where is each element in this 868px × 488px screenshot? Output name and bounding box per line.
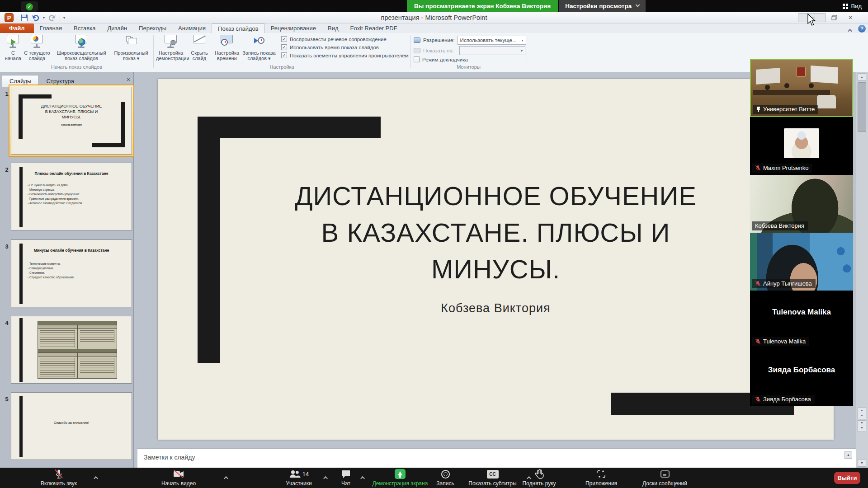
- participants-chevron[interactable]: [325, 473, 328, 481]
- grid-icon: [843, 4, 845, 6]
- checkbox-show-media-controls[interactable]: ✓ Показать элементы управления проигрыва…: [281, 52, 409, 58]
- ribbon: С начала С текущего слайда Широковещател…: [0, 33, 868, 72]
- chat-button[interactable]: Чат: [335, 469, 357, 487]
- tab-design[interactable]: Дизайн: [101, 23, 133, 33]
- powerpoint-app-icon[interactable]: P: [5, 13, 14, 22]
- slide-subtitle: Кобзева Виктория: [158, 301, 834, 315]
- show-on-dropdown: ▾: [459, 46, 525, 55]
- broadcast-globe-icon: [74, 34, 89, 49]
- tab-review[interactable]: Рецензирование: [265, 23, 322, 33]
- muted-mic-icon: [755, 396, 761, 402]
- scroll-down-arrow[interactable]: ▼: [858, 459, 866, 467]
- scrollbar-thumb[interactable]: [858, 82, 866, 132]
- participant-name: Айнур Тынгишева: [763, 280, 812, 287]
- shield-check-icon: ✓: [21, 1, 38, 12]
- participant-name: Университет Витте: [763, 106, 815, 113]
- video-tile-maxim-protsenko[interactable]: Maxim Protsenko: [750, 117, 853, 175]
- video-options-chevron[interactable]: [225, 473, 228, 481]
- vertical-scrollbar[interactable]: ▲ ▲▲ ▼▼ ▼: [856, 72, 868, 468]
- whiteboard-button[interactable]: Доски сообщений: [637, 469, 693, 487]
- tab-slideshow[interactable]: Показ слайдов: [212, 23, 265, 33]
- rehearse-timings-button[interactable]: Настройка времени: [213, 34, 241, 61]
- record-slideshow-button[interactable]: Запись показа слайдов ▾: [241, 34, 277, 61]
- leave-button[interactable]: Выйти: [834, 472, 860, 484]
- close-button[interactable]: ×: [842, 13, 859, 22]
- tab-file[interactable]: Файл: [0, 23, 34, 33]
- slide-thumbnail-3[interactable]: Минусы онлайн обучения в Казахстане - Те…: [11, 239, 132, 307]
- customize-qat-dropdown[interactable]: ▾: [63, 16, 65, 20]
- undo-button[interactable]: [31, 14, 40, 21]
- undo-dropdown-arrow[interactable]: ▾: [43, 16, 45, 20]
- restore-button[interactable]: [826, 13, 842, 22]
- participants-count-badge: 14: [302, 471, 309, 478]
- apps-button[interactable]: Приложения: [581, 469, 622, 487]
- screen-share-banner: Вы просматриваете экран Кобзева Виктория…: [407, 0, 646, 12]
- custom-show-icon: [123, 34, 139, 49]
- from-current-slide-button[interactable]: С текущего слайда: [24, 34, 51, 61]
- captions-button[interactable]: CC Показать субтитры: [462, 469, 523, 487]
- raise-hand-button[interactable]: Поднять руку: [518, 469, 561, 487]
- setup-show-icon: [163, 34, 179, 49]
- slide-thumbnail-5[interactable]: Спасибо за внимание!: [11, 392, 132, 460]
- tab-view[interactable]: Вид: [322, 23, 344, 33]
- tab-home[interactable]: Главная: [34, 23, 68, 33]
- tab-insert[interactable]: Вставка: [68, 23, 101, 33]
- close-panel-icon[interactable]: ×: [127, 76, 130, 83]
- slide-thumbnail-1[interactable]: ДИСТАНЦИОННОЕ ОБУЧЕНИЕ В КАЗАХСТАНЕ. ПЛЮ…: [11, 87, 132, 155]
- redo-button[interactable]: [48, 14, 57, 21]
- broadcast-slideshow-button[interactable]: Широковещательный показ слайдов: [51, 34, 112, 61]
- record-button[interactable]: Запись: [432, 469, 459, 487]
- notes-pane[interactable]: Заметки к слайду ▲: [137, 448, 856, 468]
- audio-options-chevron[interactable]: [95, 473, 98, 481]
- window-title: презентация - Microsoft PowerPoint: [0, 14, 868, 21]
- presenter-view-checkbox[interactable]: Режим докладчика: [414, 56, 468, 62]
- save-icon[interactable]: [20, 14, 28, 22]
- share-screen-button[interactable]: Демонстрация экрана: [364, 469, 436, 487]
- play-presentation-icon: [5, 34, 21, 49]
- video-off-icon: [173, 469, 184, 479]
- next-slide-button[interactable]: ▼▼: [858, 420, 866, 432]
- group-label-setup: Настройка: [153, 64, 410, 70]
- start-video-button[interactable]: Начать видео: [156, 469, 201, 487]
- participants-button[interactable]: 14 Участники: [278, 469, 319, 487]
- muted-mic-icon: [755, 338, 761, 344]
- checkbox-play-narrations[interactable]: ✓ Воспроизвести речевое сопровождение: [281, 36, 387, 42]
- screen: ✓ Вы просматриваете экран Кобзева Виктор…: [0, 0, 868, 488]
- slide-thumbnail-2[interactable]: Плюсы онлайн обучения в Казахстане - Не …: [11, 163, 132, 230]
- notes-scroll-up-button[interactable]: ▲: [844, 451, 852, 459]
- tab-animations[interactable]: Анимация: [172, 23, 212, 33]
- slide-thumbnail-4[interactable]: [11, 316, 132, 384]
- checkbox-checked-icon: ✓: [281, 44, 287, 50]
- main-slide[interactable]: ДИСТАНЦИОННОЕ ОБУЧЕНИЕ В КАЗАХСТАНЕ. ПЛЮ…: [158, 79, 834, 440]
- previous-slide-button[interactable]: ▲▲: [858, 408, 866, 419]
- video-tile-universitet-vitte[interactable]: Университет Витте: [750, 59, 853, 117]
- scroll-up-arrow[interactable]: ▲: [858, 73, 866, 81]
- muted-mic-icon: [53, 469, 64, 479]
- muted-mic-icon: [755, 165, 761, 171]
- share-screen-icon: [395, 469, 406, 479]
- video-tile-ziyada-borbasova[interactable]: Зияда Борбасова Зияда Борбасова: [750, 348, 853, 406]
- custom-slideshow-button[interactable]: Произвольный показ ▾: [112, 34, 150, 61]
- tab-transitions[interactable]: Переходы: [133, 23, 172, 33]
- view-options-button[interactable]: Настройки просмотра: [559, 0, 646, 12]
- unmute-button[interactable]: Включить звук: [34, 469, 84, 487]
- hide-slide-icon: [192, 34, 207, 49]
- monitor-icon: [414, 38, 420, 43]
- from-beginning-button[interactable]: С начала: [3, 34, 24, 61]
- resolution-row: Разрешение: Использовать текуще...▾: [414, 36, 526, 45]
- video-tile-tulenova-malika[interactable]: Tulenova Malika Tulenova Malika: [750, 291, 853, 348]
- whiteboard-icon: [660, 469, 670, 479]
- video-tile-kobzeva-viktoria[interactable]: Кобзева Виктория: [750, 175, 853, 233]
- checkbox-use-timings[interactable]: ✓ Использовать время показа слайдов: [281, 44, 379, 50]
- rehearse-timings-icon: [219, 34, 235, 49]
- help-button[interactable]: ?: [858, 25, 866, 33]
- setup-slideshow-button[interactable]: Настройка демонстрации: [156, 34, 186, 61]
- group-label-monitors: Мониторы: [410, 64, 527, 70]
- share-banner-message: Вы просматриваете экран Кобзева Виктория: [407, 0, 558, 12]
- zoom-view-button[interactable]: Вид: [839, 1, 865, 11]
- monitor-icon: [414, 48, 420, 53]
- hide-slide-button[interactable]: Скрыть слайд: [186, 34, 212, 61]
- tab-foxit[interactable]: Foxit Reader PDF: [344, 23, 403, 33]
- resolution-dropdown[interactable]: Использовать текуще...▾: [458, 36, 526, 45]
- video-tile-ainur-tyngisheva[interactable]: Айнур Тынгишева: [750, 233, 853, 291]
